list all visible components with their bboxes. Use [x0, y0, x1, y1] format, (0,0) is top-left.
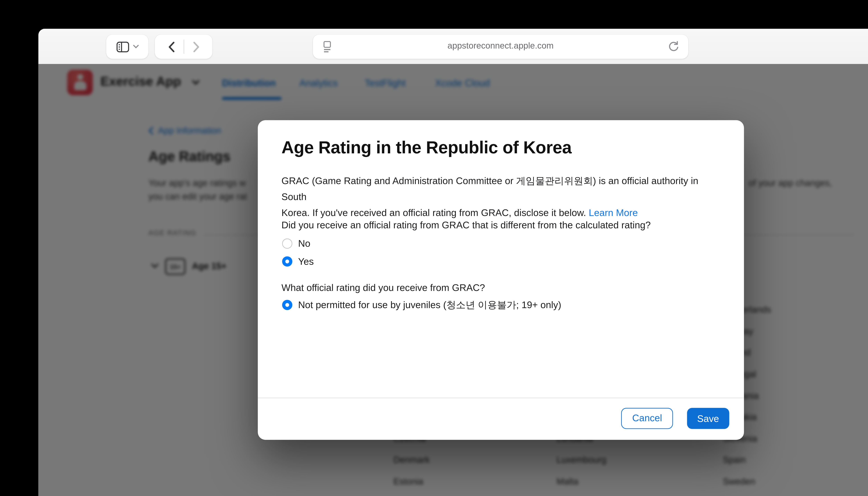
dialog-description-line2: Korea. If you've received an official ra…: [281, 207, 586, 218]
radio-not-permitted-juveniles[interactable]: [282, 300, 292, 310]
radio-no[interactable]: [282, 238, 292, 249]
radio-no-label[interactable]: No: [298, 238, 310, 249]
learn-more-link[interactable]: Learn More: [589, 207, 638, 218]
cancel-button[interactable]: Cancel: [621, 408, 673, 429]
dialog-footer-divider: [258, 398, 744, 398]
web-content: Exercise App Distribution Analytics Test…: [39, 64, 868, 496]
browser-window: appstoreconnect.apple.com: [39, 29, 868, 496]
nav-button-group: [155, 34, 213, 59]
chevron-down-icon: [133, 45, 139, 49]
grac-age-rating-dialog: Age Rating in the Republic of Korea GRAC…: [258, 120, 744, 440]
dialog-description: GRAC (Game Rating and Administration Com…: [281, 173, 724, 220]
dialog-description-line1: GRAC (Game Rating and Administration Com…: [281, 175, 698, 202]
forward-button[interactable]: [193, 41, 199, 52]
radio-not-permitted-juveniles-label[interactable]: Not permitted for use by juveniles (청소년 …: [298, 299, 561, 311]
reload-icon[interactable]: [668, 40, 679, 52]
question-official-rating-different: Did you receive an official rating from …: [281, 219, 651, 230]
sidebar-toggle-button[interactable]: [106, 34, 149, 59]
nav-divider: [183, 40, 184, 53]
address-bar[interactable]: appstoreconnect.apple.com: [313, 34, 688, 59]
radio-yes-label[interactable]: Yes: [298, 256, 314, 267]
browser-toolbar: appstoreconnect.apple.com: [39, 29, 868, 64]
dialog-title: Age Rating in the Republic of Korea: [281, 138, 572, 158]
back-button[interactable]: [168, 41, 174, 52]
save-button[interactable]: Save: [687, 408, 729, 429]
screen: appstoreconnect.apple.com: [0, 0, 868, 496]
radio-yes[interactable]: [282, 257, 292, 267]
url-text: appstoreconnect.apple.com: [313, 41, 688, 50]
sidebar-icon: [116, 41, 129, 52]
question-which-rating: What official rating did you receive fro…: [281, 282, 485, 293]
